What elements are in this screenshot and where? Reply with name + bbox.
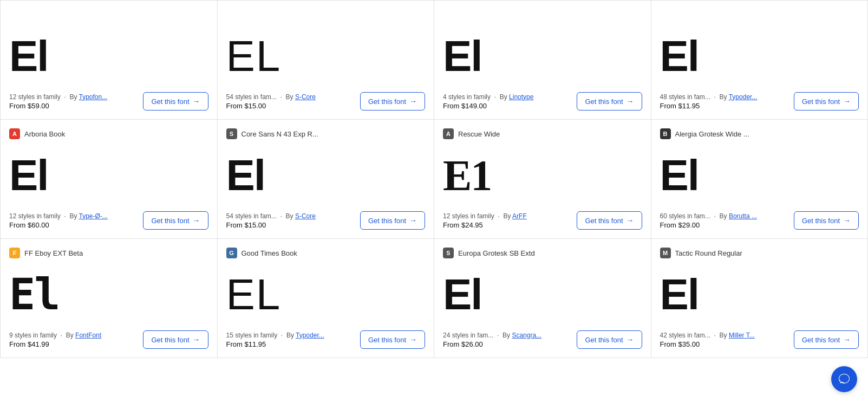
font-preview: El <box>443 24 642 88</box>
foundry-link[interactable]: Miller T... <box>729 332 755 339</box>
font-preview: EL <box>226 263 426 326</box>
by-label: By <box>69 212 77 220</box>
by-label: By <box>503 212 511 220</box>
font-icon: F <box>9 248 20 258</box>
get-font-label: Get this font <box>802 217 840 225</box>
font-price: From $35.00 <box>660 340 755 348</box>
font-preview: El <box>660 144 859 207</box>
font-price: From $29.00 <box>660 221 757 229</box>
font-card: B Alergia Grotesk Wide ... El 60 styles … <box>651 120 869 239</box>
font-icon: A <box>443 128 454 139</box>
get-font-label: Get this font <box>585 217 623 225</box>
get-font-button[interactable]: Get this font → <box>360 330 425 349</box>
font-icon: S <box>226 128 237 139</box>
get-font-button[interactable]: Get this font → <box>577 92 642 110</box>
font-meta: 12 styles in family · By ArFF <box>443 212 527 220</box>
foundry-link[interactable]: S-Core <box>295 93 316 101</box>
font-price: From $11.95 <box>660 102 758 110</box>
preview-text: El <box>226 154 265 197</box>
font-card-header: A Rescue Wide <box>443 128 642 139</box>
font-icon: A <box>9 128 20 139</box>
font-price: From $41.99 <box>9 340 101 348</box>
foundry-link[interactable]: Borutta ... <box>729 212 757 220</box>
font-preview: EL <box>226 24 426 88</box>
font-price: From $59.00 <box>9 102 107 110</box>
font-meta: 54 styles in fam... · By S-Core <box>226 212 316 220</box>
font-preview: El <box>660 24 859 88</box>
font-icon: B <box>660 128 671 139</box>
font-preview: El <box>9 263 208 326</box>
arrow-icon: → <box>409 335 417 344</box>
font-card-header: B Alergia Grotesk Wide ... <box>660 128 859 139</box>
font-card-header: M Tactic Round Regular <box>660 248 859 258</box>
get-font-button[interactable]: Get this font → <box>360 211 425 230</box>
font-name-label: Alergia Grotesk Wide ... <box>675 130 749 138</box>
font-card: El 4 styles in family · By Linotype From… <box>434 1 651 120</box>
foundry-link[interactable]: S-Core <box>295 212 316 220</box>
font-card-header: G Good Times Book <box>226 248 426 258</box>
arrow-icon: → <box>843 335 851 344</box>
arrow-icon: → <box>626 216 634 225</box>
foundry-link[interactable]: Scangra... <box>512 332 541 339</box>
foundry-link[interactable]: Typoder... <box>729 93 758 101</box>
get-font-label: Get this font <box>802 336 840 344</box>
font-card: G Good Times Book EL 15 styles in family… <box>218 239 435 358</box>
font-price: From $24.95 <box>443 221 527 229</box>
font-preview: El <box>443 263 642 326</box>
font-meta: 54 styles in fam... · By S-Core <box>226 93 316 101</box>
foundry-link[interactable]: Type-Ø-... <box>79 212 108 220</box>
preview-text: El <box>660 154 699 197</box>
get-font-button[interactable]: Get this font → <box>143 92 208 110</box>
arrow-icon: → <box>843 97 851 106</box>
get-font-label: Get this font <box>802 98 840 106</box>
get-font-button[interactable]: Get this font → <box>794 211 859 230</box>
styles-count: 12 styles in family <box>9 212 61 220</box>
font-card: A Rescue Wide E1 12 styles in family · B… <box>434 120 651 239</box>
by-label: By <box>500 93 507 101</box>
foundry-link[interactable]: FontFont <box>75 332 101 339</box>
get-font-button[interactable]: Get this font → <box>360 92 425 110</box>
font-card-footer: 48 styles in fam... · By Typoder... From… <box>660 92 859 110</box>
font-price: From $60.00 <box>9 221 108 229</box>
font-name-label: Arboria Book <box>24 130 65 138</box>
styles-count: 54 styles in fam... <box>226 93 277 101</box>
get-font-button[interactable]: Get this font → <box>143 211 208 230</box>
font-price: From $149.00 <box>443 102 533 110</box>
font-price: From $11.95 <box>226 340 324 348</box>
font-card-header: A Arboria Book <box>9 128 208 139</box>
arrow-icon: → <box>626 335 634 344</box>
foundry-link[interactable]: ArFF <box>512 212 527 220</box>
preview-text: El <box>660 35 699 78</box>
get-font-button[interactable]: Get this font → <box>143 330 208 349</box>
font-icon: G <box>226 248 237 258</box>
font-card-footer: 60 styles in fam... · By Borutta ... Fro… <box>660 211 859 230</box>
arrow-icon: → <box>409 97 417 106</box>
get-font-button[interactable]: Get this font → <box>577 211 642 230</box>
foundry-link[interactable]: Typofon... <box>79 93 108 101</box>
preview-text: EL <box>226 273 282 316</box>
font-price: From $15.00 <box>226 221 316 229</box>
by-label: By <box>69 93 77 101</box>
get-font-label: Get this font <box>368 98 406 106</box>
by-label: By <box>286 93 293 101</box>
foundry-link[interactable]: Linotype <box>509 93 533 101</box>
font-card-footer: 12 styles in family · By Type-Ø-... From… <box>9 211 208 230</box>
font-icon: S <box>443 248 454 258</box>
foundry-link[interactable]: Typoder... <box>296 332 324 339</box>
preview-text: El <box>9 273 59 316</box>
font-meta: 9 styles in family · By FontFont <box>9 332 101 339</box>
font-name-label: Rescue Wide <box>458 130 500 138</box>
get-font-button[interactable]: Get this font → <box>577 330 642 349</box>
get-font-button[interactable]: Get this font → <box>794 92 859 110</box>
preview-text: El <box>9 154 48 197</box>
font-price: From $15.00 <box>226 102 316 110</box>
by-label: By <box>286 332 294 339</box>
font-meta: 12 styles in family · By Typofon... <box>9 93 107 101</box>
get-font-button[interactable]: Get this font → <box>794 330 859 349</box>
font-card-footer: 54 styles in fam... · By S-Core From $15… <box>226 92 426 110</box>
font-meta: 15 styles in family · By Typoder... <box>226 332 324 339</box>
styles-count: 4 styles in family <box>443 93 491 101</box>
by-label: By <box>720 212 727 220</box>
font-card: S Europa Grotesk SB Extd El 24 styles in… <box>434 239 651 358</box>
font-meta: 12 styles in family · By Type-Ø-... <box>9 212 108 220</box>
